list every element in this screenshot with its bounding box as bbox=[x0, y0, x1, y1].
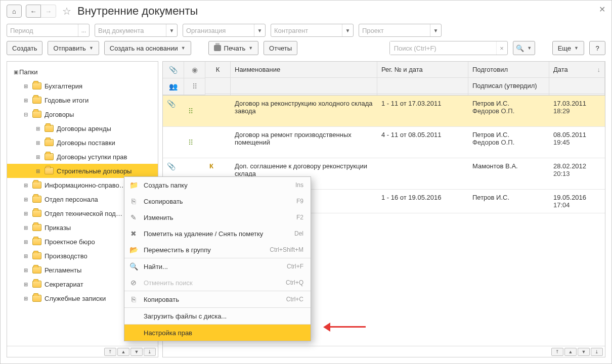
home-button[interactable]: ⌂ bbox=[7, 5, 22, 18]
scroll-up-icon[interactable]: ▲ bbox=[117, 348, 129, 356]
scroll-down-icon[interactable]: ▼ bbox=[130, 348, 143, 356]
chevron-down-icon[interactable]: ▼ bbox=[254, 24, 265, 36]
tree-item-label: Договоры уступки прав bbox=[57, 153, 127, 161]
k-mark: К bbox=[209, 162, 227, 170]
search-input[interactable]: × bbox=[389, 41, 508, 55]
tree-root[interactable]: ▣Папки bbox=[7, 65, 158, 79]
cell-signed: Федоров О.П. bbox=[472, 139, 545, 146]
chevron-down-icon[interactable]: ▼ bbox=[342, 24, 353, 36]
table-row[interactable]: ⠿ Договор на ремонт производственных пом… bbox=[163, 127, 605, 158]
menu-item-shortcut: F9 bbox=[296, 198, 303, 205]
cell-regno: 1 - 11 от 17.03.2011 bbox=[381, 100, 464, 107]
attachment-icon: 📎 bbox=[167, 100, 176, 108]
menu-item-label: Отменить поиск bbox=[144, 279, 286, 287]
menu-item-icon: ⊘ bbox=[128, 279, 139, 287]
tree-item[interactable]: ⊞Договоры аренды bbox=[7, 121, 158, 135]
filter-project[interactable]: ▼ bbox=[359, 24, 442, 37]
cell-name: Договор на реконструкцию холодного склад… bbox=[235, 100, 373, 115]
tree-item[interactable]: ⊞Годовые итоги bbox=[7, 93, 158, 107]
folder-icon bbox=[32, 82, 41, 89]
context-menu-item[interactable]: Настройка прав bbox=[124, 325, 311, 341]
context-menu-item[interactable]: ⎘КопироватьCtrl+C bbox=[124, 291, 311, 307]
table-row[interactable]: 📎 ⠿ Договор на реконструкцию холодного с… bbox=[163, 96, 605, 127]
scroll-top-icon[interactable]: ⤒ bbox=[551, 348, 563, 356]
cell-time: 20:13 bbox=[553, 170, 601, 177]
create-based-button[interactable]: Создать на основании▼ bbox=[104, 41, 191, 55]
send-button[interactable]: Отправить▼ bbox=[48, 41, 99, 55]
folder-icon bbox=[32, 266, 41, 274]
cell-date: 28.02.2012 bbox=[553, 162, 601, 170]
scroll-up-icon[interactable]: ▲ bbox=[564, 348, 577, 356]
cell-name: Доп. соглашение к договору реконструкции… bbox=[235, 162, 373, 177]
scroll-bottom-icon[interactable]: ⤓ bbox=[144, 348, 156, 356]
cell-prepared: Петров И.С. bbox=[472, 131, 545, 139]
filter-org[interactable]: ▼ bbox=[183, 24, 266, 37]
context-menu-item[interactable]: 📂Переместить в группуCtrl+Shift+M bbox=[124, 242, 311, 258]
folder-icon bbox=[32, 224, 41, 231]
column-prepared[interactable]: Подготовил bbox=[468, 62, 549, 78]
folder-icon bbox=[32, 281, 41, 288]
scroll-bottom-icon[interactable]: ⤓ bbox=[591, 348, 603, 356]
column-date[interactable]: Дата ↓ bbox=[549, 62, 604, 78]
filter-period[interactable]: … bbox=[7, 24, 90, 37]
column-signed[interactable]: Подписал (утвердил) bbox=[468, 78, 549, 94]
hierarchy-icon: ⠿ bbox=[188, 107, 193, 115]
reports-button[interactable]: Отчеты bbox=[264, 41, 297, 55]
print-button[interactable]: Печать▼ bbox=[208, 41, 259, 55]
context-menu-item[interactable]: Загрузить файлы с диска... bbox=[124, 308, 311, 324]
folder-context-menu: 📁Создать папкуIns⎘СкопироватьF9✎Изменить… bbox=[124, 176, 311, 341]
menu-item-icon: ✖ bbox=[128, 230, 139, 238]
star-icon[interactable]: ☆ bbox=[62, 5, 71, 17]
tree-item-label: Договоры поставки bbox=[57, 139, 115, 147]
scroll-down-icon[interactable]: ▼ bbox=[578, 348, 590, 356]
tree-item[interactable]: ⊞Строительные договоры bbox=[7, 164, 158, 178]
close-icon[interactable]: ✕ bbox=[599, 5, 605, 14]
tree-scroll-buttons: ⤒ ▲ ▼ ⤓ bbox=[7, 346, 158, 357]
back-button[interactable]: ← bbox=[26, 5, 41, 18]
column-regno[interactable]: Рег. № и дата bbox=[377, 62, 468, 78]
menu-item-label: Загрузить файлы с диска... bbox=[144, 312, 303, 320]
cell-time: 18:29 bbox=[553, 107, 601, 115]
tree-item[interactable]: ⊞Бухгалтерия bbox=[7, 79, 158, 93]
menu-item-shortcut: Ctrl+F bbox=[287, 263, 303, 270]
create-button[interactable]: Создать bbox=[7, 41, 42, 55]
tree-item-label: Бухгалтерия bbox=[45, 82, 82, 90]
context-menu-item: ⊘Отменить поискCtrl+Q bbox=[124, 275, 311, 291]
tree-item[interactable]: ⊞Договоры уступки прав bbox=[7, 150, 158, 164]
context-menu-item[interactable]: 📁Создать папкуIns bbox=[124, 177, 311, 193]
cell-prepared: Петров И.С. bbox=[472, 100, 545, 107]
menu-item-icon: 📂 bbox=[128, 246, 139, 254]
search-button[interactable]: 🔍▼ bbox=[513, 41, 535, 55]
column-k[interactable]: К bbox=[205, 62, 230, 78]
search-icon: 🔍 bbox=[516, 44, 524, 52]
chevron-down-icon[interactable]: ▼ bbox=[430, 24, 441, 36]
help-button[interactable]: ? bbox=[589, 41, 605, 55]
cell-regno: 4 - 11 от 08.05.2011 bbox=[381, 131, 464, 139]
tree-item[interactable]: ⊞Договоры поставки bbox=[7, 135, 158, 150]
attachment-icon: 📎 bbox=[169, 66, 178, 74]
tree-item-label: Годовые итоги bbox=[45, 97, 89, 104]
menu-item-icon: ⎘ bbox=[128, 197, 139, 205]
more-button[interactable]: Еще▼ bbox=[552, 41, 584, 55]
cell-prepared: Мамонтов В.А. bbox=[472, 162, 545, 170]
menu-item-label: Пометить на удаление / Снять пометку bbox=[144, 230, 294, 238]
chevron-down-icon[interactable]: ▼ bbox=[166, 24, 177, 36]
menu-item-label: Копировать bbox=[144, 296, 286, 303]
ellipsis-icon[interactable]: … bbox=[78, 24, 89, 36]
cell-time: 19:45 bbox=[553, 139, 601, 146]
context-menu-item[interactable]: ✎ИзменитьF2 bbox=[124, 209, 311, 225]
column-name[interactable]: Наименование bbox=[231, 62, 377, 78]
context-menu-item[interactable]: ✖Пометить на удаление / Снять пометкуDel bbox=[124, 225, 311, 242]
clear-search-icon[interactable]: × bbox=[496, 41, 507, 55]
forward-button[interactable]: → bbox=[41, 5, 56, 18]
grid-scroll-buttons: ⤒ ▲ ▼ ⤓ bbox=[163, 346, 605, 357]
tree-item-label: Отдел технической под… bbox=[45, 210, 122, 217]
filter-counterparty[interactable]: ▼ bbox=[271, 24, 354, 37]
tree-item[interactable]: ⊟Договоры bbox=[7, 107, 158, 121]
scroll-top-icon[interactable]: ⤒ bbox=[104, 348, 116, 356]
context-menu-item[interactable]: ⎘СкопироватьF9 bbox=[124, 193, 311, 209]
menu-item-shortcut: F2 bbox=[296, 214, 303, 221]
menu-item-label: Изменить bbox=[144, 214, 296, 221]
filter-doctype[interactable]: ▼ bbox=[95, 24, 178, 37]
context-menu-item[interactable]: 🔍Найти...Ctrl+F bbox=[124, 258, 311, 275]
